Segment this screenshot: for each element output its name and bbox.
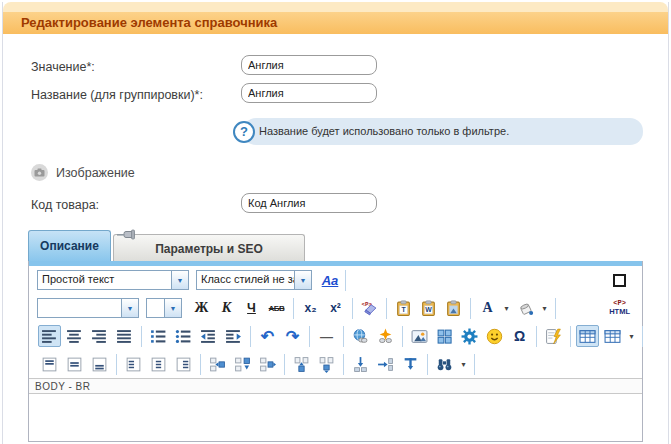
align-justify-button[interactable] (113, 325, 136, 347)
paragraph-format-select[interactable]: Простой текст▼ (37, 270, 189, 290)
dropdown-arrow-icon: ▼ (121, 299, 138, 317)
subscript-button[interactable]: x₂ (299, 297, 322, 319)
name-label: Название (для группировки)*: (31, 88, 203, 102)
background-color-button[interactable] (514, 297, 537, 319)
insert-row-after-button[interactable] (231, 353, 254, 375)
insert-component-button[interactable] (433, 325, 456, 347)
cell-align-right-button[interactable] (172, 353, 195, 375)
cell-valign-top-button[interactable] (38, 353, 61, 375)
dropdown-arrow-icon: ▼ (294, 271, 311, 289)
insert-image-button[interactable] (408, 325, 431, 347)
toolbar-separator (386, 298, 387, 319)
find-replace-dropdown[interactable]: ▾ (458, 353, 469, 375)
toolbar-separator (474, 354, 475, 375)
page: Редактирование элемента справочника Знач… (0, 0, 671, 444)
view-html-source-button[interactable]: <P> HTML (609, 300, 630, 316)
insert-row-before-button[interactable] (206, 353, 229, 375)
name-input[interactable] (241, 83, 377, 103)
toolbar-separator (200, 354, 201, 375)
ordered-list-button[interactable] (147, 325, 170, 347)
product-code-input[interactable] (241, 193, 377, 213)
value-input[interactable] (241, 55, 377, 75)
rich-text-editor: Простой текст▼Класс стилей не задан▼Aa ▼… (28, 261, 643, 442)
tab-parameters-seo[interactable]: Параметры и SEO (113, 234, 305, 263)
insert-link-button[interactable] (349, 325, 372, 347)
font-size-select[interactable]: ▼ (146, 298, 182, 318)
background-color-dropdown[interactable]: ▾ (539, 297, 550, 319)
toolbar-separator (470, 298, 471, 319)
underline-button[interactable]: Ч (240, 297, 263, 319)
toolbar-separator (343, 326, 344, 347)
split-cell-button[interactable] (399, 353, 422, 375)
hint-box: ? Название будет использовано только в ф… (243, 118, 643, 145)
undo-button[interactable]: ↶ (256, 325, 279, 347)
superscript-button[interactable]: x² (324, 297, 347, 319)
cell-align-left-button[interactable] (122, 353, 145, 375)
maximize-icon[interactable] (612, 273, 626, 287)
toolbar-row-1: Простой текст▼Класс стилей не задан▼Aa (29, 266, 642, 294)
font-color-button[interactable]: A (476, 297, 499, 319)
dropdown-arrow-icon: ▼ (171, 271, 188, 289)
insert-smiley-button[interactable] (483, 325, 506, 347)
remove-format-button[interactable] (358, 297, 381, 319)
toolbar-row-3: ↶↷—Ω▾ (29, 322, 642, 350)
header-top-band (3, 2, 668, 12)
hint-text: Название будет использовано только в фил… (259, 125, 509, 137)
delete-column-button[interactable] (315, 353, 338, 375)
merge-cells-horizontal-button[interactable] (374, 353, 397, 375)
cell-valign-bottom-button[interactable] (88, 353, 111, 375)
spellcheck-button[interactable] (542, 325, 565, 347)
question-icon: ? (233, 121, 255, 143)
insert-column-button[interactable] (290, 353, 313, 375)
special-char-button[interactable]: Ω (508, 325, 531, 347)
toolbar-separator (555, 298, 556, 319)
toolbar-separator (309, 326, 310, 347)
image-section-label: Изображение (56, 166, 135, 180)
editor-content-area[interactable] (29, 394, 642, 441)
toolbar-separator (343, 354, 344, 375)
horizontal-rule-button[interactable]: — (315, 325, 338, 347)
outdent-button[interactable] (197, 325, 220, 347)
remove-link-button[interactable] (374, 325, 397, 347)
paste-as-text-button[interactable] (392, 297, 415, 319)
toolbar-row-2: ▼▼ЖКЧАБВx₂x²A▾▾ <P> HTML (29, 294, 642, 322)
unordered-list-button[interactable] (172, 325, 195, 347)
italic-button[interactable]: К (215, 297, 238, 319)
element-path: BODY - BR (35, 381, 90, 392)
align-left-button[interactable] (38, 325, 61, 347)
page-title: Редактирование элемента справочника (21, 15, 277, 30)
html-source-tag-text: <P> (613, 300, 626, 307)
toolbar-separator (427, 354, 428, 375)
tab-description[interactable]: Описание (28, 230, 111, 263)
table-operations-button[interactable] (601, 325, 624, 347)
redo-button[interactable]: ↷ (281, 325, 304, 347)
value-label: Значение*: (31, 60, 95, 74)
align-center-button[interactable] (63, 325, 86, 347)
settings-button[interactable] (458, 325, 481, 347)
strikethrough-button[interactable]: АБВ (265, 297, 288, 319)
toolbar-separator (284, 354, 285, 375)
insert-table-button[interactable] (576, 325, 599, 347)
pin-icon[interactable] (115, 229, 137, 241)
toolbar-separator (345, 270, 346, 291)
merge-cells-vertical-button[interactable] (349, 353, 372, 375)
paste-from-word-button[interactable] (417, 297, 440, 319)
cell-align-center-button[interactable] (147, 353, 170, 375)
font-properties-button[interactable]: Aa (320, 269, 340, 291)
toolbar-separator (570, 326, 571, 347)
cell-valign-middle-button[interactable] (63, 353, 86, 375)
table-operations-dropdown[interactable]: ▾ (626, 325, 637, 347)
font-color-dropdown[interactable]: ▾ (501, 297, 512, 319)
style-class-select[interactable]: Класс стилей не задан▼ (196, 270, 312, 290)
delete-row-button[interactable] (256, 353, 279, 375)
paste-button[interactable] (442, 297, 465, 319)
align-right-button[interactable] (88, 325, 111, 347)
find-replace-button[interactable] (433, 353, 456, 375)
toolbar-separator (536, 326, 537, 347)
toolbar-separator (352, 298, 353, 319)
html-source-label: HTML (609, 308, 630, 316)
bold-button[interactable]: Ж (190, 297, 213, 319)
font-name-select[interactable]: ▼ (37, 298, 139, 318)
indent-button[interactable] (222, 325, 245, 347)
toolbar-separator (141, 326, 142, 347)
